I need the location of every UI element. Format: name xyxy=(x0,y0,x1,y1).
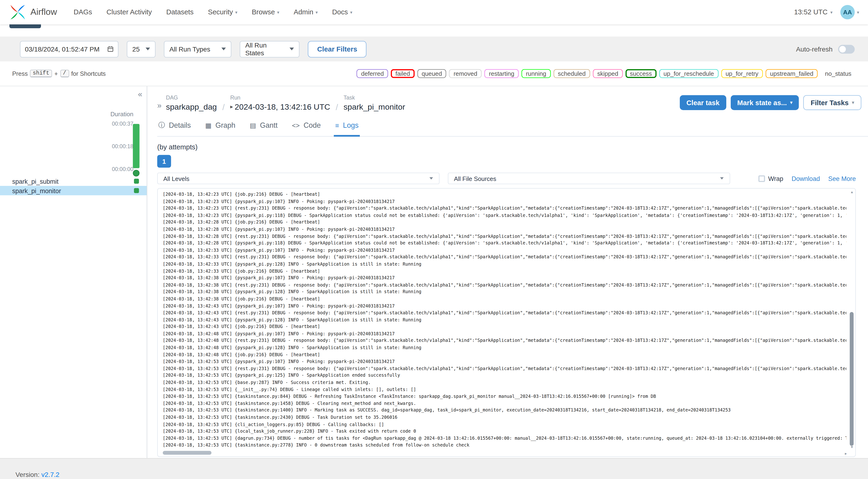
task-row[interactable]: spark_pi_submit xyxy=(0,177,147,186)
chevron-down-icon xyxy=(221,47,226,50)
task-row[interactable]: spark_pi_monitor xyxy=(0,186,147,195)
status-badge[interactable]: success xyxy=(625,69,656,78)
scroll-down-arrow[interactable]: ▼ xyxy=(850,445,854,449)
footer: Version: v2.7.2 xyxy=(0,458,868,479)
panel-resizer[interactable] xyxy=(147,86,150,458)
breadcrumb-run[interactable]: ▸ 2024-03-18, 13:42:16 UTC xyxy=(230,101,330,112)
file-source-select[interactable]: All File Sources xyxy=(448,173,730,184)
task-status-square[interactable] xyxy=(134,179,139,184)
status-badge[interactable]: upstream_failed xyxy=(766,69,818,78)
see-more-link[interactable]: See More xyxy=(828,175,856,182)
log-line: [2024-03-18, 13:42:33 UTC] {job.py:216} … xyxy=(163,268,846,275)
log-line: [2024-03-18, 13:42:53 UTC] {taskinstance… xyxy=(163,408,846,415)
mark-state-button[interactable]: Mark state as... ▾ xyxy=(731,95,799,110)
log-line: [2024-03-18, 13:42:53 UTC] {taskinstance… xyxy=(163,442,846,449)
log-line: [2024-03-18, 13:42:53 UTC] {taskinstance… xyxy=(163,414,846,421)
nav-item[interactable]: Cluster Activity ▾ xyxy=(106,8,152,16)
status-badge[interactable]: skipped xyxy=(593,69,623,78)
log-line: [2024-03-18, 13:42:53 UTC] {__init__.py:… xyxy=(163,387,846,393)
status-badge[interactable]: deferred xyxy=(356,69,388,78)
download-link[interactable]: Download xyxy=(792,175,820,182)
status-badge[interactable]: no_status xyxy=(820,69,856,78)
breadcrumb-task[interactable]: spark_pi_monitor xyxy=(343,101,405,112)
user-menu[interactable]: AA ▾ xyxy=(840,5,859,19)
base-date-input[interactable]: 03/18/2024, 01:52:47 PM xyxy=(20,41,119,57)
horizontal-scrollbar-thumb[interactable] xyxy=(163,451,211,454)
task-status-square[interactable] xyxy=(134,188,139,193)
log-line: [2024-03-18, 13:42:53 UTC] {base.py:287}… xyxy=(163,380,846,387)
auto-refresh-toggle[interactable] xyxy=(838,44,855,54)
status-badge[interactable]: queued xyxy=(417,69,446,78)
nav-item[interactable]: DAGs ▾ xyxy=(74,8,92,16)
navbar-right: 13:52 UTC ▾ AA ▾ xyxy=(794,5,859,19)
status-badge[interactable]: removed xyxy=(449,69,482,78)
run-types-select[interactable]: All Run Types xyxy=(164,41,231,57)
scroll-right-arrow[interactable]: ► xyxy=(844,452,847,455)
tab[interactable]: ▦ Graph xyxy=(204,116,237,136)
timezone-selector[interactable]: 13:52 UTC ▾ xyxy=(794,8,833,16)
navbar: Airflow DAGs ▾ Cluster Activity ▾ Datase… xyxy=(0,0,868,24)
status-badge[interactable]: running xyxy=(522,69,551,78)
nav-item[interactable]: Admin ▾ xyxy=(294,8,318,16)
status-badge[interactable]: up_for_reschedule xyxy=(659,69,718,78)
attempt-1-button[interactable]: 1 xyxy=(157,155,171,167)
clear-task-button[interactable]: Clear task xyxy=(680,95,726,110)
tab-icon: ▦ xyxy=(205,121,212,129)
run-crumb-label: Run xyxy=(230,95,330,101)
status-badge[interactable]: up_for_retry xyxy=(721,69,763,78)
expand-panel-icon[interactable]: » xyxy=(157,101,161,109)
tab[interactable]: ▤ Gantt xyxy=(249,116,279,136)
tab[interactable]: ⓘ Details xyxy=(157,116,192,136)
dag-run-status-dot[interactable] xyxy=(133,170,140,177)
checkbox-icon xyxy=(758,175,765,182)
vertical-scrollbar-thumb[interactable] xyxy=(850,312,854,446)
tab[interactable]: ≡ Logs xyxy=(334,116,360,136)
chevron-down-icon: ▾ xyxy=(852,100,854,105)
dag-run-duration-bar[interactable] xyxy=(133,124,140,168)
log-controls: All Levels All File Sources Wrap Downloa… xyxy=(157,173,856,184)
nav-item[interactable]: Security ▾ xyxy=(208,8,237,16)
log-line: [2024-03-18, 13:42:43 UTC] {rest.py:231}… xyxy=(163,310,846,317)
clear-filters-button[interactable]: Clear Filters xyxy=(308,41,367,57)
airflow-logo[interactable]: Airflow xyxy=(9,3,57,21)
by-attempts-label: (by attempts) xyxy=(157,143,856,151)
main-area: « Duration 00:00:3700:00:1800:00:00 spar… xyxy=(0,86,868,458)
status-badge[interactable]: failed xyxy=(391,69,414,78)
toggle-knob xyxy=(839,45,846,52)
chevron-down-icon: ▾ xyxy=(315,10,318,14)
avatar: AA xyxy=(840,5,855,19)
breadcrumb-separator: / xyxy=(222,102,225,112)
tab-icon: ▤ xyxy=(250,121,256,129)
chevron-down-icon: ▾ xyxy=(350,10,352,14)
chevron-down-icon: ▾ xyxy=(235,10,237,14)
status-badge[interactable]: restarting xyxy=(485,69,519,78)
page-size-select[interactable]: 25 xyxy=(127,41,155,57)
nav-item[interactable]: Docs ▾ xyxy=(332,8,352,16)
wrap-checkbox[interactable]: Wrap xyxy=(758,175,783,182)
tab[interactable]: <> Code xyxy=(291,116,322,136)
status-badge[interactable]: scheduled xyxy=(554,69,590,78)
nav-item[interactable]: Datasets ▾ xyxy=(166,8,193,16)
axis-tick: 00:00:18 xyxy=(112,143,133,150)
log-line: [2024-03-18, 13:42:33 UTC] {pyspark_pi.p… xyxy=(163,247,846,254)
scroll-up-arrow[interactable]: ▲ xyxy=(850,190,854,194)
breadcrumb-dag[interactable]: sparkapp_dag xyxy=(166,101,217,112)
shortcut-hint: Press shift + / for Shortcuts xyxy=(12,70,106,77)
run-states-select[interactable]: All Run States xyxy=(240,41,300,57)
status-legend: deferredfailedqueuedremovedrestartingrun… xyxy=(356,69,856,78)
clipped-button[interactable] xyxy=(9,24,41,28)
nav-item[interactable]: Browse ▾ xyxy=(252,8,279,16)
collapse-panel-button[interactable]: « xyxy=(138,90,142,99)
log-line: [2024-03-18, 13:42:33 UTC] {pyspark_pi.p… xyxy=(163,261,846,268)
detail-pane: » DAG sparkapp_dag / Run ▸ 2024-03-18, 1… xyxy=(150,86,868,458)
log-viewer[interactable]: [2024-03-18, 13:42:23 UTC] {job.py:216} … xyxy=(157,188,856,457)
log-line: [2024-03-18, 13:42:53 UTC] {pyspark_pi.p… xyxy=(163,373,846,380)
log-line: [2024-03-18, 13:42:48 UTC] {rest.py:231}… xyxy=(163,338,846,345)
filter-tasks-button[interactable]: Filter Tasks ▾ xyxy=(804,95,861,110)
chevron-down-icon: ▾ xyxy=(857,10,859,14)
log-line: [2024-03-18, 13:42:33 UTC] {rest.py:231}… xyxy=(163,254,846,261)
breadcrumb-separator: / xyxy=(336,102,338,112)
log-level-select[interactable]: All Levels xyxy=(157,173,439,184)
log-line: [2024-03-18, 13:42:28 UTC] {rest.py:231}… xyxy=(163,233,846,240)
version-link[interactable]: v2.7.2 xyxy=(41,471,60,479)
